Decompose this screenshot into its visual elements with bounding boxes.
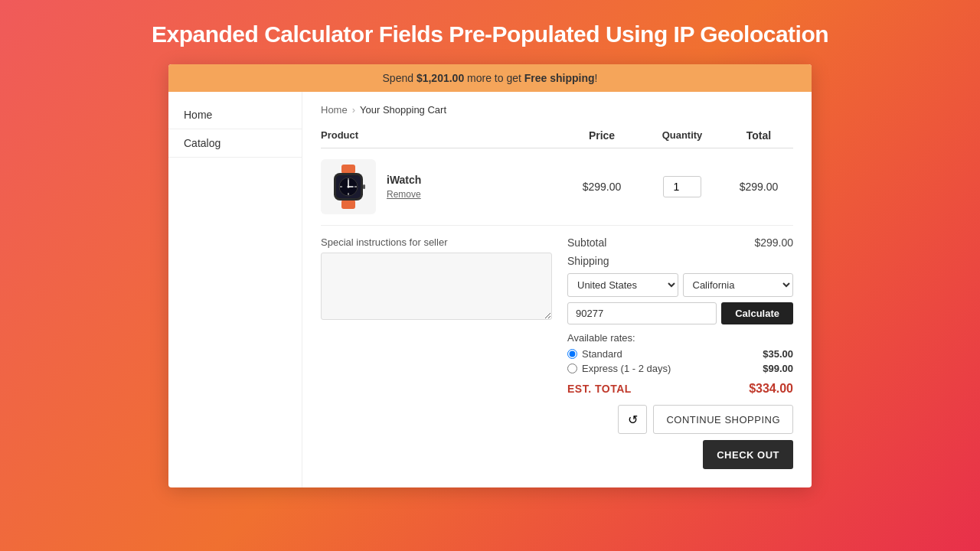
rate-name-standard: Standard — [582, 348, 622, 360]
col-header-product: Product — [321, 129, 564, 142]
product-details: iWatch Remove — [387, 174, 421, 200]
cart-container: Spend $1,201.00 more to get Free shippin… — [168, 64, 812, 487]
rate-price-standard: $35.00 — [763, 348, 793, 360]
shipping-selects: United States Canada United Kingdom Cali… — [567, 273, 793, 297]
shipping-row: Shipping — [567, 255, 793, 267]
col-header-price: Price — [564, 129, 640, 142]
col-header-total: Total — [724, 129, 793, 142]
sidebar-item-home[interactable]: Home — [168, 101, 302, 129]
zip-row: Calculate — [567, 302, 793, 324]
breadcrumb-separator: › — [352, 104, 355, 116]
banner-suffix: ! — [595, 72, 598, 84]
cart-body: Home Catalog Home › Your Shopping Cart P… — [168, 92, 812, 487]
rate-left-express: Express (1 - 2 days) — [567, 363, 671, 374]
svg-rect-0 — [341, 165, 355, 174]
rate-left-standard: Standard — [567, 348, 622, 360]
rate-radio-standard[interactable] — [567, 349, 577, 359]
product-quantity-cell — [640, 176, 724, 197]
product-price: $299.00 — [564, 181, 640, 193]
table-row: iWatch Remove $299.00 $299.00 — [321, 148, 793, 226]
est-total-row: EST. TOTAL $334.00 — [567, 382, 793, 396]
remove-button[interactable]: Remove — [387, 189, 421, 200]
main-content: Home › Your Shopping Cart Product Price … — [302, 92, 812, 487]
special-instructions-textarea[interactable] — [321, 253, 552, 320]
rate-price-express: $99.00 — [763, 363, 793, 374]
product-image — [321, 159, 376, 214]
action-buttons: ↺ CONTINUE SHOPPING — [567, 405, 793, 434]
special-instructions-label: Special instructions for seller — [321, 236, 552, 248]
bottom-section: Special instructions for seller Subtotal… — [321, 236, 793, 469]
est-total-value: $334.00 — [749, 382, 793, 396]
subtotal-label: Subtotal — [567, 236, 606, 249]
svg-point-11 — [348, 186, 350, 188]
available-rates-label: Available rates: — [567, 332, 793, 344]
table-header: Product Price Quantity Total — [321, 126, 793, 148]
calculate-button[interactable]: Calculate — [721, 302, 793, 324]
col-header-quantity: Quantity — [640, 129, 724, 142]
svg-rect-1 — [341, 200, 355, 209]
shipping-banner: Spend $1,201.00 more to get Free shippin… — [168, 64, 812, 92]
page-title: Expanded Calculator Fields Pre-Populated… — [152, 21, 828, 47]
continue-shopping-button[interactable]: CONTINUE SHOPPING — [653, 405, 793, 434]
banner-amount: $1,201.00 — [416, 72, 464, 84]
subtotal-row: Subtotal $299.00 — [567, 236, 793, 249]
breadcrumb-current: Your Shopping Cart — [360, 104, 446, 116]
zip-input[interactable] — [567, 302, 717, 324]
checkout-button[interactable]: CHECK OUT — [703, 440, 793, 469]
subtotal-value: $299.00 — [754, 236, 793, 249]
banner-free-shipping: Free shipping — [524, 72, 595, 84]
shipping-calculator: United States Canada United Kingdom Cali… — [567, 273, 793, 469]
rate-option-express: Express (1 - 2 days) $99.00 — [567, 363, 793, 374]
rate-option-standard: Standard $35.00 — [567, 348, 793, 360]
svg-rect-12 — [363, 184, 365, 189]
available-rates: Available rates: Standard $35.00 — [567, 332, 793, 374]
state-select[interactable]: California New York Texas Florida — [683, 273, 794, 297]
banner-prefix: Spend — [383, 72, 416, 84]
special-instructions-section: Special instructions for seller — [321, 236, 552, 469]
breadcrumb-home[interactable]: Home — [321, 104, 348, 116]
shipping-label: Shipping — [567, 255, 609, 267]
checkout-row: CHECK OUT — [567, 440, 793, 469]
product-total: $299.00 — [724, 181, 793, 193]
product-name: iWatch — [387, 174, 421, 186]
refresh-button[interactable]: ↺ — [618, 405, 647, 434]
product-info: iWatch Remove — [321, 159, 564, 214]
country-select[interactable]: United States Canada United Kingdom — [567, 273, 678, 297]
rate-name-express: Express (1 - 2 days) — [582, 363, 671, 374]
banner-middle: more to get — [464, 72, 524, 84]
quantity-input[interactable] — [663, 176, 701, 197]
sidebar-item-catalog[interactable]: Catalog — [168, 129, 302, 158]
sidebar: Home Catalog — [168, 92, 302, 487]
order-summary: Subtotal $299.00 Shipping United States … — [567, 236, 793, 469]
est-total-label: EST. TOTAL — [567, 383, 632, 395]
rate-radio-express[interactable] — [567, 364, 577, 373]
breadcrumb: Home › Your Shopping Cart — [321, 104, 793, 116]
